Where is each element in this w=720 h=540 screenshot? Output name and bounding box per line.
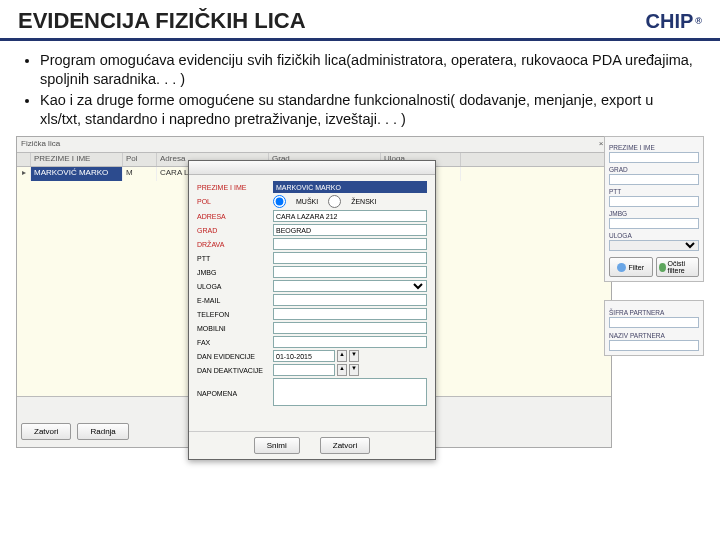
- bullet-list: Program omogućava evidenciju svih fizičk…: [0, 51, 720, 128]
- dlg-label-napomena: NAPOMENA: [197, 390, 273, 397]
- clear-icon: [659, 263, 666, 272]
- input-naziv-partnera[interactable]: [609, 340, 699, 351]
- edit-dialog: PREZIME I IME POL MUŠKI ŽENSKI ADRESA GR…: [188, 160, 436, 460]
- dlg-radio-label-zenski: ŽENSKI: [351, 198, 376, 205]
- dlg-input-mobilni[interactable]: [273, 322, 427, 334]
- window-title: Fizička lica: [21, 139, 60, 150]
- dlg-label-email: E-MAIL: [197, 297, 273, 304]
- filter-label-jmbg: JMBG: [609, 210, 699, 217]
- filter-button[interactable]: Filter: [609, 257, 653, 277]
- filter-input-jmbg[interactable]: [609, 218, 699, 229]
- dlg-input-ptt[interactable]: [273, 252, 427, 264]
- filter-select-uloga[interactable]: [609, 240, 699, 251]
- dlg-label-dan-evid: DAN EVIDENCIJE: [197, 353, 273, 360]
- snimi-button[interactable]: Snimi: [254, 437, 300, 454]
- row-marker-icon: ▸: [17, 167, 31, 181]
- spin-up-icon[interactable]: ▲: [337, 350, 347, 362]
- label-naziv-partnera: NAZIV PARTNERA: [609, 332, 699, 339]
- dlg-select-uloga[interactable]: [273, 280, 427, 292]
- filter-panel: PREZIME I IME GRAD PTT JMBG ULOGA Filter…: [604, 136, 704, 282]
- dlg-input-dan-evid[interactable]: [273, 350, 335, 362]
- dlg-input-fax[interactable]: [273, 336, 427, 348]
- dlg-input-dan-deakt[interactable]: [273, 364, 335, 376]
- dialog-titlebar[interactable]: [189, 161, 435, 175]
- cell-prezime: MARKOVIĆ MARKO: [31, 167, 123, 181]
- col-prezime[interactable]: PREZIME I IME: [31, 153, 123, 166]
- radnja-button[interactable]: Radnja: [77, 423, 128, 440]
- header-divider: [0, 38, 720, 41]
- filter-icon: [617, 263, 626, 272]
- cell-pol: M: [123, 167, 157, 181]
- clear-filter-button[interactable]: Očisti filtere: [656, 257, 700, 277]
- filter-input-grad[interactable]: [609, 174, 699, 185]
- spin-up-icon[interactable]: ▲: [337, 364, 347, 376]
- logo-text: CHIP: [646, 10, 694, 33]
- dlg-input-napomena[interactable]: [273, 378, 427, 406]
- dlg-radio-muski[interactable]: [273, 195, 286, 208]
- filter-label-ptt: PTT: [609, 188, 699, 195]
- dlg-label-mobilni: MOBILNI: [197, 325, 273, 332]
- registered-icon: ®: [695, 16, 702, 26]
- input-sifra-partnera[interactable]: [609, 317, 699, 328]
- label-sifra-partnera: ŠIFRA PARTNERA: [609, 309, 699, 316]
- partner-panel: ŠIFRA PARTNERA NAZIV PARTNERA: [604, 300, 704, 356]
- dlg-label-prezime: PREZIME I IME: [197, 184, 273, 191]
- dlg-label-drzava: DRŽAVA: [197, 241, 273, 248]
- filter-input-ptt[interactable]: [609, 196, 699, 207]
- dlg-input-telefon[interactable]: [273, 308, 427, 320]
- dlg-input-jmbg[interactable]: [273, 266, 427, 278]
- zatvori-button[interactable]: Zatvori: [21, 423, 71, 440]
- dlg-label-uloga: ULOGA: [197, 283, 273, 290]
- dlg-label-pol: POL: [197, 198, 273, 205]
- brand-logo: CHIP®: [646, 10, 702, 33]
- dlg-zatvori-button[interactable]: Zatvori: [320, 437, 370, 454]
- dlg-input-email[interactable]: [273, 294, 427, 306]
- dlg-label-fax: FAX: [197, 339, 273, 346]
- dlg-label-ptt: PTT: [197, 255, 273, 262]
- dlg-radio-zenski[interactable]: [328, 195, 341, 208]
- dlg-input-adresa[interactable]: [273, 210, 427, 222]
- col-pol[interactable]: Pol: [123, 153, 157, 166]
- dlg-label-adresa: ADRESA: [197, 213, 273, 220]
- spin-down-icon[interactable]: ▼: [349, 350, 359, 362]
- dlg-label-telefon: TELEFON: [197, 311, 273, 318]
- dlg-label-jmbg: JMBG: [197, 269, 273, 276]
- bullet-item: Program omogućava evidenciju svih fizičk…: [40, 51, 694, 89]
- dlg-radio-label-muski: MUŠKI: [296, 198, 318, 205]
- dlg-input-drzava[interactable]: [273, 238, 427, 250]
- dlg-input-grad[interactable]: [273, 224, 427, 236]
- dlg-label-dan-deakt: DAN DEAKTIVACIJE: [197, 367, 273, 374]
- filter-label-uloga: ULOGA: [609, 232, 699, 239]
- filter-label-grad: GRAD: [609, 166, 699, 173]
- filter-input-prezime[interactable]: [609, 152, 699, 163]
- page-title: EVIDENCIJA FIZIČKIH LICA: [18, 8, 306, 34]
- dlg-input-prezime[interactable]: [273, 181, 427, 193]
- dlg-label-grad: GRAD: [197, 227, 273, 234]
- filter-label-prezime: PREZIME I IME: [609, 144, 699, 151]
- bullet-item: Kao i za druge forme omogućene su standa…: [40, 91, 694, 129]
- spin-down-icon[interactable]: ▼: [349, 364, 359, 376]
